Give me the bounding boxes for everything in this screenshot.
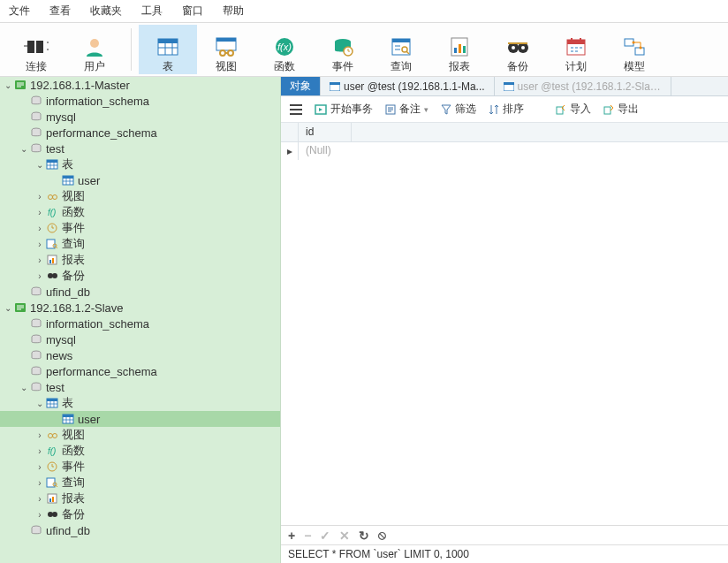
tree-node-views[interactable]: ›视图	[0, 188, 280, 204]
tree-node-funcs[interactable]: ›f()函数	[0, 204, 280, 220]
tree-node-db[interactable]: information_schema	[0, 93, 280, 109]
menu-view[interactable]: 查看	[49, 4, 71, 19]
menu-window[interactable]: 窗口	[182, 4, 203, 19]
tree-node-events[interactable]: ›事件	[0, 220, 280, 236]
tree-node-db[interactable]: performance_schema	[0, 125, 280, 141]
toolbar-event-button[interactable]: 事件	[314, 25, 372, 74]
tree-node-reports[interactable]: ›报表	[0, 252, 280, 268]
expand-icon[interactable]: ›	[35, 462, 44, 472]
tree-node-events[interactable]: ›事件	[0, 459, 280, 475]
reports-icon	[45, 492, 59, 505]
expand-icon[interactable]: ›	[35, 494, 44, 504]
svg-rect-69	[49, 498, 51, 502]
expand-icon[interactable]: ›	[35, 240, 44, 249]
collapse-icon[interactable]: ⌄	[19, 144, 28, 154]
tree-node-backups[interactable]: ›备份	[0, 506, 280, 522]
apply-button[interactable]: ✓	[320, 529, 330, 543]
tree-node-table[interactable]: user	[0, 411, 280, 427]
expand-icon[interactable]: ›	[35, 478, 44, 488]
cancel-button[interactable]: ✕	[339, 529, 350, 543]
filter-button[interactable]: 筛选	[441, 102, 476, 117]
tree-node-table[interactable]: user	[0, 172, 280, 188]
import-button[interactable]: 导入	[556, 102, 591, 117]
column-header-id[interactable]: id	[299, 123, 352, 141]
svg-rect-37	[47, 160, 57, 163]
grid-row[interactable]: ▸ (Null)	[281, 142, 728, 160]
begin-transaction-button[interactable]: 开始事务	[315, 102, 373, 117]
toolbar-report-button[interactable]: 报表	[430, 25, 489, 74]
add-row-button[interactable]: +	[288, 529, 295, 543]
toolbar-backup-button[interactable]: 备份	[489, 25, 547, 74]
tree-node-conn[interactable]: ⌄192.168.1.1-Master	[0, 77, 280, 93]
view-icon	[214, 36, 239, 57]
hamburger-icon[interactable]	[290, 104, 302, 115]
data-grid[interactable]: id ▸ (Null)	[281, 123, 728, 525]
tree-node-queries[interactable]: ›查询	[0, 236, 280, 252]
tree-node-reports[interactable]: ›报表	[0, 491, 280, 506]
tree-node-db[interactable]: ufind_db	[0, 284, 280, 300]
tree-node-funcs[interactable]: ›f()函数	[0, 443, 280, 459]
tab-label: user @test (192.168.1.2-Slav...	[518, 80, 662, 93]
expand-icon[interactable]: ›	[35, 224, 44, 233]
tree-node-db[interactable]: ⌄test	[0, 141, 280, 156]
tree-node-db[interactable]: mysql	[0, 109, 280, 125]
export-button[interactable]: 导出	[603, 102, 639, 117]
tree-node-backups[interactable]: ›备份	[0, 268, 280, 284]
menu-favorites[interactable]: 收藏夹	[90, 4, 122, 19]
toolbar-function-button[interactable]: f(x)函数	[255, 25, 314, 74]
expand-icon[interactable]: ›	[35, 192, 44, 202]
tree-node-queries[interactable]: ›查询	[0, 475, 280, 491]
tree-node-tables[interactable]: ⌄表	[0, 156, 280, 172]
tab-user-master[interactable]: user @test (192.168.1.1-Ma...	[321, 77, 495, 95]
tree-node-db[interactable]: mysql	[0, 331, 280, 347]
svg-rect-59	[47, 399, 57, 401]
tree-node-tables[interactable]: ⌄表	[0, 395, 280, 411]
delete-row-button[interactable]: −	[304, 529, 311, 543]
collapse-icon[interactable]: ⌄	[35, 399, 44, 408]
expand-icon[interactable]: ›	[35, 255, 44, 265]
collapse-icon[interactable]: ⌄	[19, 383, 28, 392]
toolbar-table-button[interactable]: 表	[139, 25, 197, 74]
tree-node-label: 视图	[62, 188, 85, 204]
collapse-icon[interactable]: ⌄	[4, 303, 12, 313]
toolbar-label: 表	[163, 59, 173, 74]
toolbar-label: 函数	[274, 59, 295, 74]
tree-node-db[interactable]: information_schema	[0, 316, 280, 331]
toolbar-query-button[interactable]: 查询	[372, 25, 430, 74]
toolbar-label: 报表	[449, 59, 470, 74]
tree-node-db[interactable]: news	[0, 347, 280, 363]
memo-button[interactable]: 备注 ▾	[385, 102, 428, 117]
tree-node-db[interactable]: ufind_db	[0, 522, 280, 538]
collapse-icon[interactable]: ⌄	[35, 160, 44, 170]
menu-file[interactable]: 文件	[9, 4, 30, 19]
schedule-icon	[564, 36, 588, 57]
toolbar-model-button[interactable]: 模型	[605, 25, 664, 74]
query-icon	[389, 36, 413, 57]
tab-user-slave[interactable]: user @test (192.168.1.2-Slav...	[495, 77, 671, 95]
expand-icon[interactable]: ›	[35, 271, 44, 281]
toolbar-user-button[interactable]: 用户	[65, 25, 124, 74]
refresh-button[interactable]: ↻	[359, 529, 369, 543]
menu-help[interactable]: 帮助	[223, 4, 244, 19]
tree-node-db[interactable]: ⌄test	[0, 379, 280, 395]
sort-button[interactable]: 排序	[489, 102, 524, 117]
tree-node-label: 表	[62, 156, 73, 172]
expand-icon[interactable]: ›	[35, 208, 44, 217]
toolbar-view-button[interactable]: 视图	[197, 25, 255, 74]
expand-icon[interactable]: ›	[35, 510, 44, 520]
svg-rect-1	[36, 41, 43, 53]
tree-node-db[interactable]: performance_schema	[0, 363, 280, 379]
collapse-icon[interactable]: ⌄	[4, 80, 12, 90]
toolbar-connection-button[interactable]: 连接	[7, 25, 65, 74]
tab-objects[interactable]: 对象	[281, 77, 321, 95]
tree-node-views[interactable]: ›视图	[0, 427, 280, 443]
expand-icon[interactable]: ›	[35, 430, 44, 440]
toolbar-schedule-button[interactable]: 计划	[547, 25, 605, 74]
stop-button[interactable]: ⦸	[378, 528, 386, 543]
connection-tree[interactable]: ⌄192.168.1.1-Masterinformation_schemamys…	[0, 77, 281, 563]
views-icon	[45, 429, 59, 441]
tree-node-conn[interactable]: ⌄192.168.1.2-Slave	[0, 300, 280, 316]
expand-icon[interactable]: ›	[35, 446, 44, 456]
menu-tools[interactable]: 工具	[141, 4, 163, 19]
grid-cell[interactable]: (Null)	[299, 142, 352, 160]
